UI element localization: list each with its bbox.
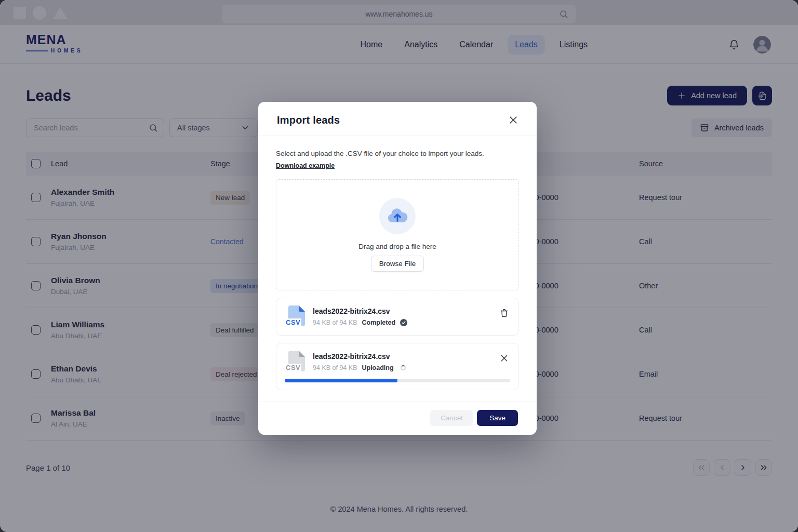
file-size: 94 KB of 94 KB: [313, 319, 357, 326]
uploaded-file-item: CSV leads2022-bitrix24.csv 94 KB of 94 K…: [276, 298, 519, 336]
modal-close-button[interactable]: [506, 112, 521, 128]
browser-window: www.menahomes.us MENA HOMES Home Analyti…: [0, 0, 798, 532]
browse-file-button[interactable]: Browse File: [371, 256, 424, 272]
csv-file-icon: CSV: [285, 350, 305, 373]
cancel-upload-button[interactable]: [498, 352, 510, 364]
file-status: Uploading: [362, 364, 393, 371]
import-leads-modal: Import leads Select and upload the .CSV …: [258, 102, 537, 435]
screen: www.menahomes.us MENA HOMES Home Analyti…: [0, 0, 798, 532]
check-circle-icon: [400, 319, 407, 326]
file-name: leads2022-bitrix24.csv: [313, 352, 510, 361]
close-icon: [508, 115, 518, 125]
modal-footer: Cancel Save: [258, 402, 537, 435]
upload-cloud-icon: [379, 198, 416, 234]
file-dropzone[interactable]: Drag and drop a file here Browse File: [276, 179, 519, 290]
file-size: 94 KB of 94 KB: [313, 364, 357, 371]
file-name: leads2022-bitrix24.csv: [313, 307, 510, 315]
delete-file-button[interactable]: [498, 307, 510, 319]
modal-body: Select and upload the .CSV file of your …: [258, 136, 537, 390]
trash-icon: [499, 308, 509, 318]
dropzone-hint: Drag and drop a file here: [358, 243, 436, 250]
save-button[interactable]: Save: [477, 410, 518, 426]
modal-title: Import leads: [277, 114, 518, 126]
modal-header: Import leads: [258, 102, 537, 136]
upload-progress-bar: [285, 379, 510, 382]
csv-file-icon: CSV: [285, 305, 305, 328]
download-example-link[interactable]: Download example: [276, 162, 335, 169]
cancel-button[interactable]: Cancel: [430, 410, 473, 426]
spinner-icon: [401, 365, 406, 370]
uploading-file-item: CSV leads2022-bitrix24.csv 94 KB of 94 K…: [276, 343, 519, 390]
upload-progress-fill: [285, 379, 397, 382]
file-status: Completed: [362, 319, 395, 326]
modal-description: Select and upload the .CSV file of your …: [276, 150, 519, 157]
close-icon: [499, 353, 509, 363]
